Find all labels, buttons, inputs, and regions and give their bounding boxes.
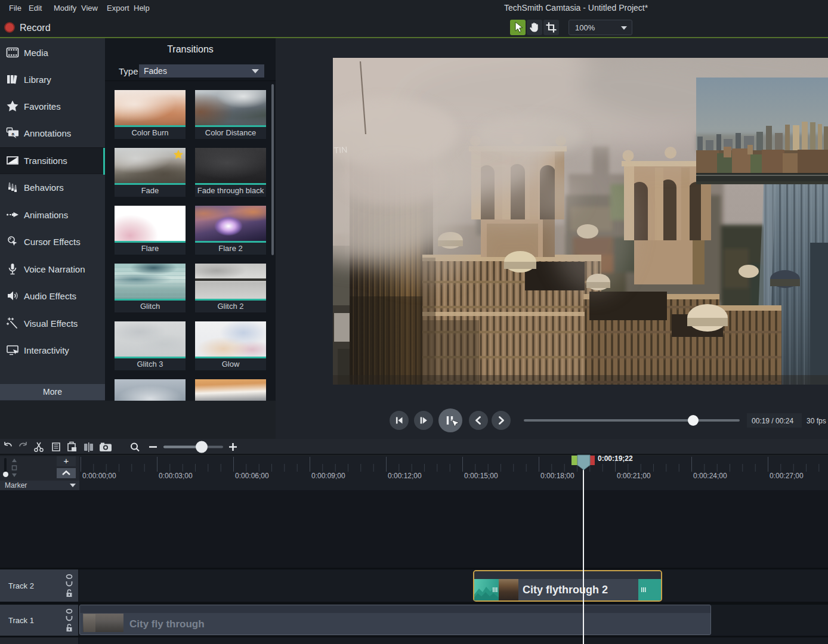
svg-text:0:00:09;00: 0:00:09;00	[311, 472, 345, 480]
svg-text:0:00:12;00: 0:00:12;00	[388, 472, 422, 480]
svg-text:0:00:15;00: 0:00:15;00	[464, 472, 498, 480]
svg-text:0:00:21;00: 0:00:21;00	[617, 472, 651, 480]
svg-text:0:00:18;00: 0:00:18;00	[540, 472, 574, 480]
svg-text:0:00:27;00: 0:00:27;00	[770, 472, 804, 480]
svg-text:0:00:00;00: 0:00:00;00	[82, 472, 116, 480]
svg-text:TIN: TIN	[333, 144, 348, 155]
svg-text:0:00:06;00: 0:00:06;00	[235, 472, 269, 480]
svg-text:a: a	[12, 131, 15, 137]
svg-text:0:00:24;00: 0:00:24;00	[693, 472, 727, 480]
svg-text:0:00:03;00: 0:00:03;00	[159, 472, 193, 480]
